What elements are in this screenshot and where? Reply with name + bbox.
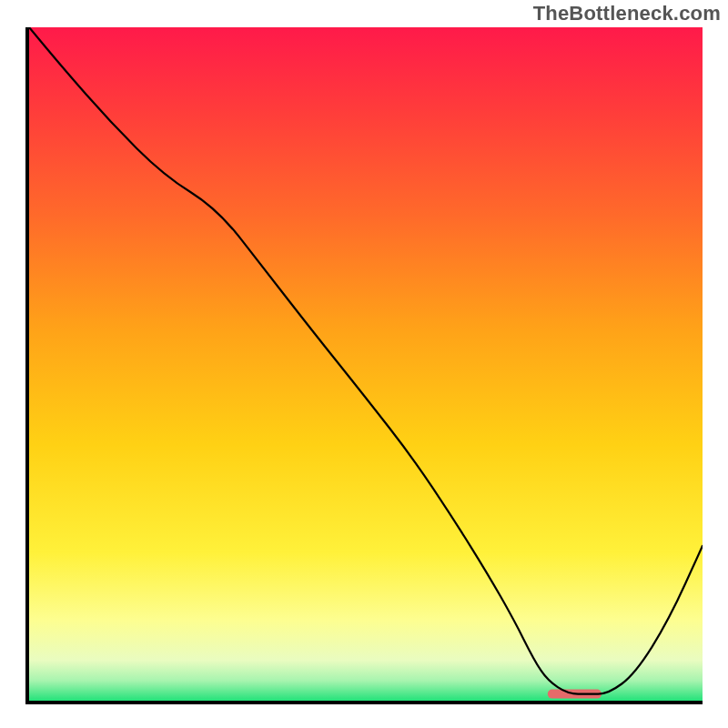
plot-svg [29, 27, 703, 701]
watermark-text: TheBottleneck.com [533, 2, 721, 25]
chart-axes [25, 27, 703, 704]
chart-container: TheBottleneck.com [0, 0, 728, 728]
plot-area [29, 27, 703, 701]
gradient-background [29, 27, 703, 701]
